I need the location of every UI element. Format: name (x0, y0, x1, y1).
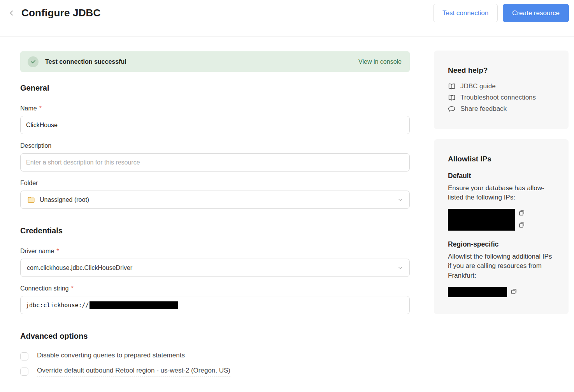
name-field-group: Name* (20, 105, 410, 134)
credentials-heading: Credentials (20, 226, 410, 235)
driver-field-group: Driver name* com.clickhouse.jdbc.ClickHo… (20, 248, 410, 277)
header: Configure JDBC Test connection Create re… (0, 0, 574, 37)
content: Test connection successful View in conso… (0, 37, 574, 376)
jdbc-guide-link[interactable]: JDBC guide (448, 82, 555, 90)
troubleshoot-connections-label: Troubleshoot connections (460, 94, 536, 102)
help-links: JDBC guide Troubleshoot connections Shar… (448, 82, 555, 113)
test-connection-button[interactable]: Test connection (433, 4, 498, 22)
driver-name-label: Driver name* (20, 248, 410, 255)
driver-name-select[interactable]: com.clickhouse.jdbc.ClickHouseDriver (20, 259, 410, 277)
connection-string-label-text: Connection string (20, 285, 69, 292)
view-in-console-link[interactable]: View in console (358, 58, 402, 65)
jdbc-guide-label: JDBC guide (460, 82, 496, 90)
region-specific-subheading: Region-specific (448, 240, 555, 248)
option-row-outbound-region: Override default outbound Retool region … (20, 367, 410, 376)
name-input[interactable] (20, 116, 410, 134)
page-title: Configure JDBC (21, 7, 101, 19)
main-form: Test connection successful View in conso… (20, 51, 410, 376)
troubleshoot-connections-link[interactable]: Troubleshoot connections (448, 94, 555, 102)
copy-icon[interactable] (511, 287, 517, 295)
description-label-text: Description (20, 142, 51, 149)
create-resource-button[interactable]: Create resource (503, 4, 569, 22)
chat-icon (448, 105, 456, 113)
copy-buttons (518, 209, 525, 228)
folder-select-value: Unassigned (root) (40, 196, 89, 203)
configure-jdbc-page: Configure JDBC Test connection Create re… (0, 0, 574, 376)
folder-field-group: Folder Unassigned (root) (20, 180, 410, 209)
copy-icon[interactable] (518, 222, 525, 228)
book-icon (448, 82, 456, 90)
driver-select-value: com.clickhouse.jdbc.ClickHouseDriver (27, 264, 132, 271)
driver-name-label-text: Driver name (20, 248, 54, 255)
disable-prepared-statements-checkbox[interactable] (20, 352, 28, 360)
connection-string-visible-text: jdbc:clickhouse:// (26, 302, 89, 309)
general-heading: General (20, 84, 410, 93)
share-feedback-link[interactable]: Share feedback (448, 105, 555, 113)
redacted-default-ips (448, 209, 515, 231)
connection-string-label: Connection string* (20, 285, 410, 292)
connection-string-field-group: Connection string* jdbc:clickhouse:// (20, 285, 410, 314)
redacted-connection-value (90, 301, 178, 309)
check-icon (28, 56, 39, 67)
sidebar: Need help? JDBC guide Troubleshoot conne… (434, 51, 569, 314)
required-asterisk: * (56, 248, 59, 255)
success-banner: Test connection successful View in conso… (20, 51, 410, 72)
advanced-options-heading: Advanced options (20, 332, 410, 341)
default-ips-text: Ensure your database has allow-listed th… (448, 184, 555, 202)
chevron-down-icon (397, 265, 403, 271)
override-outbound-region-label[interactable]: Override default outbound Retool region … (37, 367, 230, 376)
default-subheading: Default (448, 172, 555, 180)
back-button[interactable] (5, 7, 17, 19)
copy-icon[interactable] (518, 210, 525, 216)
chevron-down-icon (397, 197, 403, 203)
default-ips-block (448, 209, 555, 231)
region-ip-block (448, 287, 555, 297)
override-outbound-region-checkbox[interactable] (20, 368, 28, 376)
disable-prepared-statements-label[interactable]: Disable converting queries to prepared s… (37, 352, 185, 361)
description-input[interactable] (20, 153, 410, 172)
allowlist-ips-heading: Allowlist IPs (448, 155, 555, 163)
folder-label: Folder (20, 180, 410, 187)
chevron-left-icon (8, 9, 15, 17)
book-icon (448, 94, 456, 102)
connection-string-input[interactable]: jdbc:clickhouse:// (20, 296, 410, 314)
allowlist-ips-card: Allowlist IPs Default Ensure your databa… (434, 139, 569, 314)
need-help-heading: Need help? (448, 66, 555, 75)
required-asterisk: * (71, 285, 74, 292)
name-label-text: Name (20, 105, 37, 112)
option-row-prepared-statements: Disable converting queries to prepared s… (20, 352, 410, 361)
description-label: Description (20, 142, 410, 149)
region-ips-text: Allowlist the following additional IPs i… (448, 252, 555, 280)
required-asterisk: * (39, 105, 42, 112)
need-help-card: Need help? JDBC guide Troubleshoot conne… (434, 51, 569, 129)
header-actions: Test connection Create resource (433, 4, 569, 22)
name-label: Name* (20, 105, 410, 112)
share-feedback-label: Share feedback (460, 105, 507, 113)
folder-icon (27, 196, 35, 204)
redacted-region-ip (448, 287, 507, 297)
banner-message: Test connection successful (45, 58, 126, 65)
folder-select[interactable]: Unassigned (root) (20, 191, 410, 209)
folder-label-text: Folder (20, 180, 38, 187)
description-field-group: Description (20, 142, 410, 172)
